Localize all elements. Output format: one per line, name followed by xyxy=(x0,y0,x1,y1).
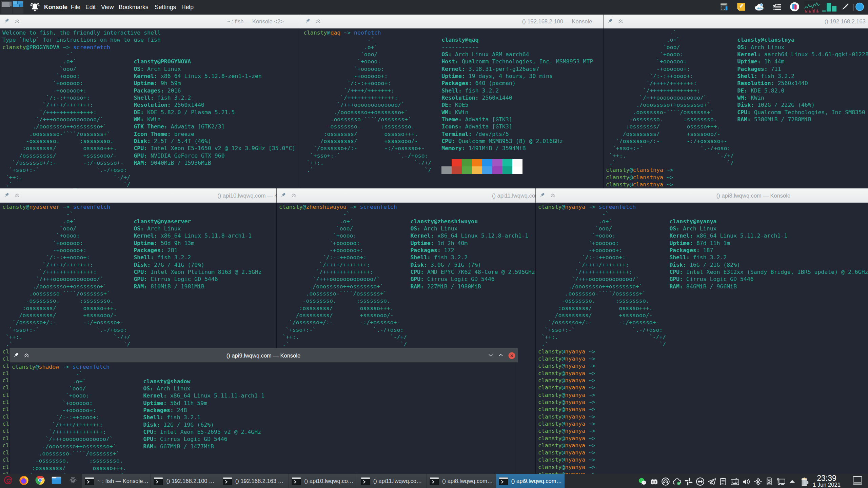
pager-desktop-3[interactable] xyxy=(1,7,12,14)
pager-desktop-4[interactable] xyxy=(13,7,23,14)
terminal-text: clansty@nyanya ~> screenfetch -` .o+` cl… xyxy=(536,203,868,474)
rollup-button[interactable] xyxy=(290,192,298,199)
discord-tray-icon[interactable] xyxy=(649,477,657,485)
menu-bookmarks[interactable]: Bookmarks xyxy=(119,0,149,15)
menu-file[interactable]: File xyxy=(71,0,80,15)
window-titlebar[interactable]: () 192.168.2.100 — Konsole xyxy=(301,14,604,28)
palette-block xyxy=(441,159,452,166)
terminal-view[interactable]: Welcome to fish, the friendly interactiv… xyxy=(0,28,301,188)
cloud-sync-tray-icon[interactable] xyxy=(672,477,680,485)
sticky-note-widget[interactable] xyxy=(736,2,746,13)
color-picker-widget[interactable] xyxy=(841,2,850,13)
terminal-view[interactable]: -` .o+` clansty@clanstnya `ooo/ OS: Arch… xyxy=(604,28,868,188)
menu-help[interactable]: Help xyxy=(181,0,194,15)
rollup-button[interactable] xyxy=(617,18,625,25)
beer-mug-tray-icon[interactable] xyxy=(799,477,807,485)
pin-icon xyxy=(304,18,311,24)
window-titlebar[interactable]: () api8.lwqwq.com — Konsole xyxy=(536,188,868,203)
clipboard-tray-icon[interactable] xyxy=(718,477,727,485)
task-label: () api11.lwqwq.com — Konsole xyxy=(373,478,427,484)
task-button-5[interactable]: () api11.lwqwq.com — Konsole xyxy=(358,474,427,488)
calculator-widget[interactable]: 0+−÷× xyxy=(719,2,728,13)
menu-edit[interactable]: Edit xyxy=(85,0,96,15)
todo-checklist-widget[interactable] xyxy=(772,2,782,13)
slack-tray-icon[interactable] xyxy=(684,477,692,485)
pager-desktop-2[interactable] xyxy=(13,1,23,7)
minimize-button[interactable] xyxy=(487,352,495,359)
updates-icon xyxy=(695,477,705,486)
terminal-view[interactable]: clansty@nyanya ~> screenfetch -` .o+` cl… xyxy=(536,203,868,474)
todo-checklist-icon xyxy=(772,2,782,12)
pin-button[interactable] xyxy=(13,352,20,359)
rollup-button[interactable] xyxy=(315,18,322,25)
privacy-hood-tray-icon[interactable] xyxy=(661,477,669,485)
palette-block xyxy=(512,166,522,174)
volume-tray-icon[interactable] xyxy=(742,477,750,485)
menu-konsole[interactable]: Konsole xyxy=(44,0,67,15)
notification-bell[interactable] xyxy=(29,2,39,12)
keyboard-tray-icon[interactable] xyxy=(730,477,738,485)
rollup-button[interactable] xyxy=(23,352,31,359)
pin-button[interactable] xyxy=(607,18,614,25)
rollup-button[interactable] xyxy=(549,192,557,199)
task-button-3[interactable]: () 192.168.2.163 — Konsole xyxy=(220,474,289,488)
updates-tray-icon[interactable] xyxy=(695,477,704,485)
task-button-4[interactable]: () api10.lwqwq.com — Konsole xyxy=(289,474,357,488)
kdeconnect-phone-tray-icon[interactable] xyxy=(765,477,773,485)
virtual-desktop-pager[interactable] xyxy=(1,1,24,14)
settings-atom-icon xyxy=(69,476,77,485)
load-bars-widget[interactable] xyxy=(822,2,837,13)
window-titlebar[interactable]: () api10.lwqwq.com — Konsole xyxy=(0,188,277,203)
dictionary-widget[interactable] xyxy=(790,2,800,13)
menu-view[interactable]: View xyxy=(101,0,114,15)
load-bars-icon xyxy=(822,2,837,12)
aria2-cloud-widget[interactable]: Aria2 xyxy=(753,2,764,13)
task-button-1[interactable]: ~ : fish — Konsole <2> xyxy=(82,474,151,488)
pager-desktop-1[interactable] xyxy=(1,1,12,7)
blue-dot-widget[interactable] xyxy=(855,2,864,13)
window-titlebar[interactable]: () api9.lwqwq.com — Konsole xyxy=(9,348,518,363)
rollup-button[interactable] xyxy=(14,18,21,25)
wechat-tray-icon[interactable] xyxy=(638,477,646,485)
rollup-icon xyxy=(315,18,322,25)
terminal-view[interactable]: clansty@shadow ~> screenfetch -` .o+` cl… xyxy=(9,363,518,474)
history-graph-widget[interactable] xyxy=(804,1,820,14)
task-button-7[interactable]: () api9.lwqwq.com — Konsole xyxy=(496,474,565,488)
system-settings-launcher[interactable] xyxy=(69,476,77,486)
system-tray xyxy=(636,474,809,488)
rollup-icon xyxy=(549,192,556,199)
digital-clock[interactable]: 23:391 Jun 2021 xyxy=(811,474,842,488)
pin-button[interactable] xyxy=(280,192,288,199)
clock-time: 23:39 xyxy=(811,474,842,482)
menu-settings[interactable]: Settings xyxy=(155,0,176,15)
show-desktop-button[interactable] xyxy=(852,476,863,486)
telegram-tray-icon[interactable] xyxy=(707,477,715,485)
maximize-button[interactable] xyxy=(497,352,505,359)
pin-button[interactable] xyxy=(3,192,11,199)
konsole-icon xyxy=(429,476,439,486)
window-titlebar[interactable]: () api11.lwqwq.com — Konsole xyxy=(277,188,536,203)
window-titlebar[interactable]: ~ : fish — Konsole <2> xyxy=(0,14,301,28)
screen-share-tray-icon[interactable] xyxy=(776,477,784,485)
pin-button[interactable] xyxy=(539,192,547,199)
rollup-button[interactable] xyxy=(14,192,21,199)
window-titlebar[interactable]: () 192.168.2.163 — Konsole xyxy=(604,14,868,28)
close-button[interactable] xyxy=(508,352,515,359)
task-button-6[interactable]: () api8.lwqwq.com — Konsole xyxy=(427,474,495,488)
volume-icon xyxy=(742,477,751,487)
pin-button[interactable] xyxy=(304,18,312,25)
file-manager-launcher[interactable] xyxy=(51,475,62,487)
task-button-2[interactable]: () 192.168.2.100 — Konsole xyxy=(151,474,219,488)
bluetooth-tray-icon[interactable] xyxy=(753,477,761,485)
palette-block xyxy=(452,159,462,166)
pin-button[interactable] xyxy=(3,18,11,25)
expand-caret-icon xyxy=(788,477,797,486)
pager-window xyxy=(20,3,23,7)
terminal-view[interactable]: clansty@qaq ~> neofetch -` clansty@qaq .… xyxy=(301,28,604,188)
expand-caret-tray-icon[interactable] xyxy=(788,477,796,485)
window-fish: ~ : fish — Konsole <2>Welcome to fish, t… xyxy=(0,14,301,188)
blue-dot-icon xyxy=(855,2,864,11)
firefox-launcher[interactable] xyxy=(18,475,29,487)
chrome-launcher[interactable] xyxy=(35,475,45,487)
app-launcher-swirl[interactable] xyxy=(3,475,13,487)
